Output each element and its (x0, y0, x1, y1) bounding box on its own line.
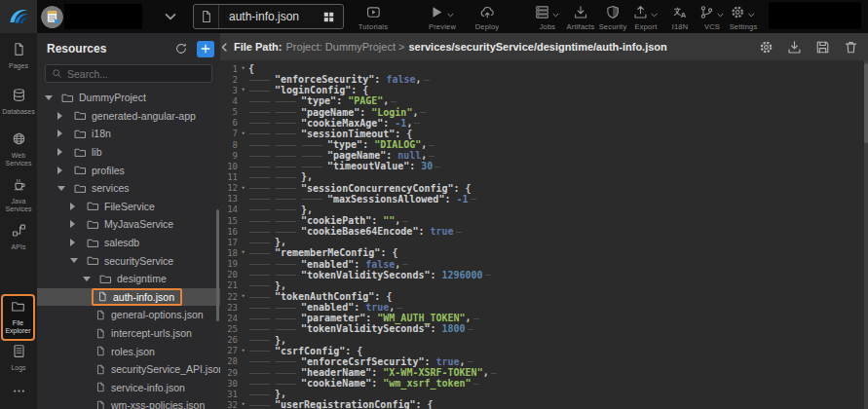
code-line-15[interactable]: 15"cookiePath": "", (220, 215, 868, 226)
tree-item-salesdb[interactable]: salesdb (37, 234, 220, 252)
code-line-30[interactable]: 30"cookieName": "wm_xsrf_token" (220, 378, 868, 389)
editor-scrollbar[interactable] (864, 60, 868, 409)
collapse-panel-button[interactable] (220, 40, 231, 55)
toolbar-i18n-button[interactable]: AI18N (672, 4, 689, 31)
sidebar-item-apis[interactable]: APIs (0, 223, 37, 251)
fold-marker-icon[interactable]: ▾ (238, 185, 248, 192)
add-resource-button[interactable] (197, 41, 214, 57)
tree-item-designtime[interactable]: designtime (37, 270, 220, 288)
code-line-24[interactable]: 24"parameter": "WM_AUTH_TOKEN", (220, 313, 868, 323)
tree-item-securityservice[interactable]: securityService (37, 251, 220, 270)
chevron-collapsed-icon[interactable] (70, 220, 82, 228)
code-line-8[interactable]: 8"type": "DIALOG", (220, 139, 868, 150)
sidebar-item-file-explorer[interactable]: File Explorer (1, 294, 35, 341)
chevron-collapsed-icon[interactable] (57, 130, 69, 137)
code-line-21[interactable]: 21}, (220, 280, 868, 291)
delete-icon[interactable] (844, 40, 858, 55)
grid-icon[interactable] (322, 11, 343, 23)
chevron-expanded-icon[interactable] (57, 186, 69, 191)
chevron-expanded-icon[interactable] (45, 95, 57, 100)
sidebar-item-java-services[interactable]: Java Services (0, 177, 37, 213)
chevron-collapsed-icon[interactable] (70, 239, 82, 246)
code-line-25[interactable]: 25"tokenValiditySeconds": 1800 (220, 323, 868, 334)
sidebar-item-more[interactable] (0, 384, 37, 402)
tree-item-intercept-urls-json[interactable]: intercept-urls.json (37, 324, 220, 343)
project-switcher-chevron-icon[interactable] (163, 9, 178, 24)
download-icon[interactable] (787, 40, 802, 55)
code-line-9[interactable]: 9"pageName": null, (220, 150, 868, 161)
code-line-2[interactable]: 2"enforceSecurity": false, (220, 74, 868, 85)
app-logo[interactable] (0, 0, 37, 33)
code-line-11[interactable]: 11}, (220, 171, 868, 182)
code-line-22[interactable]: 22▾"tokenAuthConfig": { (220, 291, 868, 302)
code-line-1[interactable]: 1▾{ (220, 63, 868, 74)
code-editor[interactable]: 1▾{2"enforceSecurity": false,3▾"loginCon… (220, 60, 868, 409)
editor-scrollbar-thumb[interactable] (864, 63, 868, 143)
settings-icon[interactable] (759, 40, 774, 55)
code-line-19[interactable]: 19"enabled": false, (220, 259, 868, 270)
open-file-tab[interactable]: auth-info.json (193, 4, 344, 29)
tree-item-fileservice[interactable]: FileService (37, 198, 220, 216)
tree-item-general-options-json[interactable]: general-options.json (37, 306, 220, 324)
code-line-4[interactable]: 4"type": "PAGE", (220, 95, 868, 106)
sidebar-item-logs[interactable]: Logs (0, 344, 37, 372)
save-icon[interactable] (815, 40, 830, 55)
tree-item-lib[interactable]: lib (37, 143, 220, 162)
code-line-27[interactable]: 27▾"csrfConfig": { (220, 346, 868, 356)
tree-item-generated-angular-app[interactable]: generated-angular-app (37, 107, 220, 126)
toolbar-preview-button[interactable]: Preview (429, 4, 456, 31)
toolbar-tutorials-button[interactable]: Tutorials (359, 4, 388, 31)
fold-marker-icon[interactable]: ▾ (238, 348, 248, 354)
tree-item-dummyproject[interactable]: DummyProject (37, 89, 220, 107)
tree-item-profiles[interactable]: profiles (37, 161, 220, 179)
chevron-collapsed-icon[interactable] (70, 203, 82, 210)
toolbar-security-button[interactable]: Security (599, 4, 627, 31)
code-line-32[interactable]: 32▾"userRegistrationConfig": { (220, 399, 868, 409)
code-line-10[interactable]: 10"timeoutValue": 30 (220, 161, 868, 171)
tree-item-myjavaservice[interactable]: MyJavaService (37, 215, 220, 234)
code-line-20[interactable]: 20"tokenValiditySeconds": 1296000 (220, 270, 868, 280)
code-line-23[interactable]: 23"enabled": true, (220, 302, 868, 313)
sidebar-item-web-services[interactable]: Web Services (0, 131, 37, 167)
toolbar-artifacts-button[interactable]: Artifacts (567, 4, 595, 31)
tree-item-i18n[interactable]: i18n (37, 125, 220, 143)
code-line-7[interactable]: 7▾"sessionTimeout": { (220, 129, 868, 139)
toolbar-export-button[interactable]: Export (633, 4, 659, 31)
toolbar-jobs-button[interactable]: Jobs (535, 4, 560, 31)
toolbar-settings-button[interactable]: Settings (730, 4, 758, 31)
code-line-17[interactable]: 17}, (220, 237, 868, 247)
refresh-icon[interactable] (174, 42, 188, 56)
code-line-6[interactable]: 6"cookieMaxAge": -1, (220, 118, 868, 129)
fold-marker-icon[interactable]: ▾ (238, 65, 248, 72)
sidebar-item-databases[interactable]: Databases (0, 88, 37, 116)
code-line-16[interactable]: 16"cookieBase64Encode": true (220, 226, 868, 237)
resource-search-input[interactable]: Search... (45, 64, 212, 83)
code-line-14[interactable]: 14}, (220, 204, 868, 215)
code-line-31[interactable]: 31}, (220, 389, 868, 399)
code-line-5[interactable]: 5"pageName": "Login", (220, 107, 868, 118)
tree-item-service-info-json[interactable]: service-info.json (37, 379, 220, 397)
chevron-collapsed-icon[interactable] (57, 148, 69, 156)
toolbar-vcs-button[interactable]: VCS (699, 4, 725, 31)
sidebar-item-pages[interactable]: Pages (0, 42, 37, 70)
fold-marker-icon[interactable]: ▾ (238, 130, 248, 137)
chevron-expanded-icon[interactable] (83, 277, 94, 281)
code-line-3[interactable]: 3▾"loginConfig": { (220, 85, 868, 95)
tree-item-roles-json[interactable]: roles.json (37, 342, 220, 360)
toolbar-deploy-button[interactable]: Deploy (475, 4, 500, 31)
fold-marker-icon[interactable]: ▾ (238, 249, 248, 256)
code-line-18[interactable]: 18▾"rememberMeConfig": { (220, 247, 868, 258)
tree-scrollbar[interactable] (216, 209, 219, 321)
code-line-12[interactable]: 12▾"sessionConcurrencyConfig": { (220, 183, 868, 194)
tree-item-services[interactable]: services (37, 179, 220, 198)
project-avatar[interactable] (41, 6, 63, 28)
tree-item-auth-info-json[interactable]: auth-info.json (37, 288, 220, 307)
code-line-13[interactable]: 13"maxSessionsAllowed": -1 (220, 194, 868, 204)
tree-item-securityservice-api-json[interactable]: securityService_API.json (37, 360, 220, 379)
chevron-collapsed-icon[interactable] (57, 167, 69, 174)
code-line-26[interactable]: 26}, (220, 335, 868, 346)
code-line-29[interactable]: 29"headerName": "X-WM-XSRF-TOKEN", (220, 367, 868, 378)
fold-marker-icon[interactable]: ▾ (238, 401, 248, 408)
chevron-expanded-icon[interactable] (70, 258, 82, 263)
tree-item-wm-xss-policies-json[interactable]: wm-xss-policies.json (37, 396, 220, 409)
